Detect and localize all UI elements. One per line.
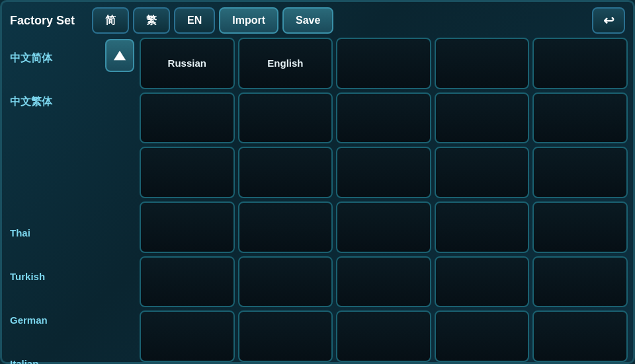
- grid-cell-r5-c2[interactable]: [336, 310, 431, 362]
- grid-cell-r4-c3[interactable]: [435, 256, 530, 308]
- grid-cell-r2-c1[interactable]: [238, 147, 333, 198]
- page-title: Factory Set: [10, 14, 83, 28]
- lang-blank2: [7, 168, 100, 209]
- btn-en[interactable]: EN: [174, 7, 215, 34]
- screen: Factory Set 简 繁 EN Import Save ↩ 中文简体 中文…: [0, 0, 635, 364]
- btn-zh-simple[interactable]: 简: [92, 7, 129, 34]
- lang-zh-simplified: 中文简体: [7, 38, 100, 79]
- grid-cell-r0-c1[interactable]: English: [238, 38, 333, 89]
- grid-cell-r1-c0[interactable]: [140, 92, 235, 144]
- grid-cell-r0-c4[interactable]: [532, 38, 628, 89]
- grid-cell-r5-c3[interactable]: [435, 310, 530, 362]
- grid-cell-r2-c2[interactable]: [336, 147, 431, 198]
- grid-cell-r3-c0[interactable]: [140, 201, 235, 253]
- grid-cell-r3-c1[interactable]: [238, 201, 333, 253]
- lang-italian: Italian: [7, 343, 100, 364]
- grid-cell-r4-c4[interactable]: [532, 256, 628, 308]
- grid-cell-r2-c0[interactable]: [140, 147, 235, 198]
- grid-cell-r2-c4[interactable]: [532, 147, 628, 198]
- grid-cell-r5-c4[interactable]: [532, 310, 628, 362]
- grid-cell-r0-c3[interactable]: [435, 38, 530, 89]
- grid-cell-r4-c1[interactable]: [238, 256, 333, 308]
- grid-cell-r3-c4[interactable]: [532, 201, 628, 253]
- back-button[interactable]: ↩: [592, 7, 625, 34]
- scroll-up-button[interactable]: [105, 39, 134, 72]
- grid-cell-r5-c0[interactable]: [140, 310, 235, 362]
- toolbar: Factory Set 简 繁 EN Import Save ↩: [7, 7, 628, 34]
- grid-cell-r0-c0[interactable]: Russian: [140, 38, 235, 89]
- grid-cell-r5-c1[interactable]: [238, 310, 333, 362]
- btn-import[interactable]: Import: [219, 7, 278, 34]
- lang-turkish: Turkish: [7, 256, 100, 297]
- grid-cell-r1-c2[interactable]: [336, 92, 431, 144]
- btn-zh-trad[interactable]: 繁: [133, 7, 170, 34]
- grid-cell-r1-c1[interactable]: [238, 92, 333, 144]
- grid-cell-r1-c4[interactable]: [532, 92, 628, 144]
- grid-cell-r4-c0[interactable]: [140, 256, 235, 308]
- lang-thai: Thai: [7, 212, 100, 253]
- svg-marker-0: [114, 51, 126, 61]
- arrow-column: [104, 38, 136, 364]
- lang-zh-traditional: 中文繁体: [7, 81, 100, 122]
- grid-cell-r3-c2[interactable]: [336, 201, 431, 253]
- lang-german: German: [7, 299, 100, 340]
- grid-cell-r2-c3[interactable]: [435, 147, 530, 198]
- grid-cell-r0-c2[interactable]: [336, 38, 431, 89]
- grid-cell-r3-c3[interactable]: [435, 201, 530, 253]
- grid-cell-r4-c2[interactable]: [336, 256, 431, 308]
- preset-grid: RussianEnglish: [140, 38, 628, 364]
- lang-blank1: [7, 125, 100, 166]
- language-sidebar: 中文简体 中文繁体 Thai Turkish German Italian Sp…: [7, 38, 100, 364]
- main-content: 中文简体 中文繁体 Thai Turkish German Italian Sp…: [7, 38, 628, 364]
- grid-cell-r1-c3[interactable]: [435, 92, 530, 144]
- btn-save[interactable]: Save: [282, 7, 333, 34]
- grid-area: RussianEnglish: [104, 38, 628, 364]
